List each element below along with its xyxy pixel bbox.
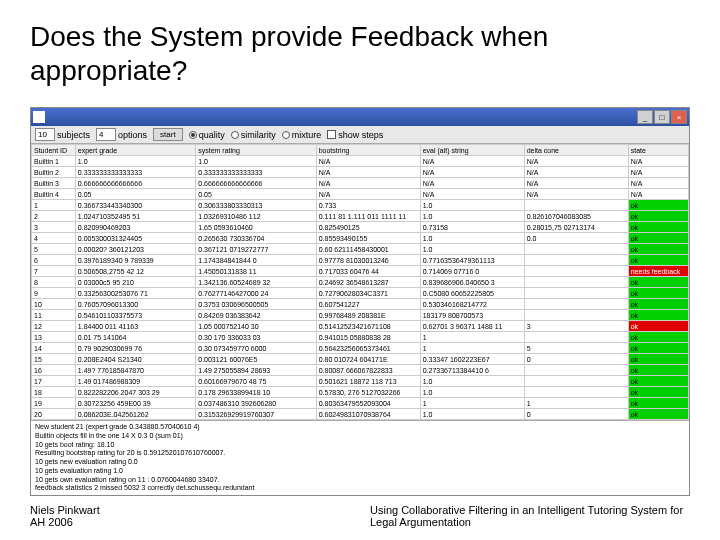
slide-title: Does the System provide Feedback when ap… xyxy=(30,20,690,87)
cell: 1.174384841844 0 xyxy=(196,255,316,266)
cell: 8 xyxy=(32,277,76,288)
table-row[interactable]: Builtin 40.050.05N/AN/AN/AN/A xyxy=(32,189,689,200)
table-row[interactable]: 130.01 75 1410640.30 170 336033 030.9410… xyxy=(32,332,689,343)
col-state[interactable]: state xyxy=(628,145,688,156)
cell: N/A xyxy=(420,189,524,200)
cell: 0.826167046083085 xyxy=(524,211,628,222)
col-evalstring[interactable]: eval (alt) string xyxy=(420,145,524,156)
cell: 0.666666666666666 xyxy=(196,178,316,189)
cell: Builtin 1 xyxy=(32,156,76,167)
col-deltacone[interactable]: delta cone xyxy=(524,145,628,156)
cell: ok xyxy=(628,409,688,420)
cell: 5 xyxy=(32,244,76,255)
table-row[interactable]: 21.024710352495 511.03269310486 1120.111… xyxy=(32,211,689,222)
cell: 0.733 xyxy=(316,200,420,211)
cell: ok xyxy=(628,222,688,233)
cell: ok xyxy=(628,343,688,354)
cell: 0.28015,75 02713174 xyxy=(524,222,628,233)
table-row[interactable]: 161.49? 7761858478701.49 275055894 28693… xyxy=(32,365,689,376)
cell: N/A xyxy=(316,189,420,200)
cell: 1.342136.60524689 32 xyxy=(196,277,316,288)
table-row[interactable]: 150.208E2404 S213400.003121 60076E50.80 … xyxy=(32,354,689,365)
subjects-input[interactable] xyxy=(35,128,55,141)
cell: 12 xyxy=(32,321,76,332)
cell: N/A xyxy=(628,178,688,189)
cell: 0.76057096013300 xyxy=(75,299,195,310)
table-row[interactable]: 100.760570960133000.3753 0306965005050.6… xyxy=(32,299,689,310)
cell: 20 xyxy=(32,409,76,420)
table-row[interactable]: 60.3976189340 9 7893391.174384841844 00.… xyxy=(32,255,689,266)
cell: 0.333333333333333 xyxy=(75,167,195,178)
log-line: Resulting bootstrap rating for 20 is 0.5… xyxy=(35,449,685,458)
options-input[interactable] xyxy=(96,128,116,141)
cell: ok xyxy=(628,332,688,343)
show-steps-checkbox[interactable] xyxy=(327,130,336,139)
similarity-label: similarity xyxy=(241,130,276,140)
cell: N/A xyxy=(524,167,628,178)
cell: 0.822282206 2047 303 29 xyxy=(75,387,195,398)
log-line: feedback statistics 2 missed 5032 3 corr… xyxy=(35,484,685,493)
table-row[interactable]: 40.0053000313244050.265630 7303367040.85… xyxy=(32,233,689,244)
table-row[interactable]: 171.49 0174869883090.60166979670 48 750.… xyxy=(32,376,689,387)
cell: 0.05 xyxy=(75,189,195,200)
minimize-button[interactable]: _ xyxy=(637,110,653,124)
cell: 0.05 xyxy=(196,189,316,200)
table-row[interactable]: 90.33256300253076 710.76277146427000 240… xyxy=(32,288,689,299)
table-row[interactable]: 50.00020? 3601212030.367121 07192727770.… xyxy=(32,244,689,255)
window-controls: _ □ × xyxy=(637,110,687,124)
col-student-id[interactable]: Student ID xyxy=(32,145,76,156)
cell: 0.265630 730336704 xyxy=(196,233,316,244)
cell: 0.501621 18872 118 713 xyxy=(316,376,420,387)
cell: ok xyxy=(628,200,688,211)
cell: 0.C5080 60652225805 xyxy=(420,288,524,299)
cell: 1.49? 776185847870 xyxy=(75,365,195,376)
table-row[interactable]: Builtin 11.01.0N/AN/AN/AN/A xyxy=(32,156,689,167)
cell: 17 xyxy=(32,376,76,387)
cell: N/A xyxy=(628,189,688,200)
cell: ok xyxy=(628,354,688,365)
cell xyxy=(524,376,628,387)
table-row[interactable]: 140.79 9029030699 760.30 073459770 60000… xyxy=(32,343,689,354)
cell: 0.80087 666067822833 xyxy=(316,365,420,376)
cell: 0 xyxy=(524,409,628,420)
cell: 1.03269310486 112 xyxy=(196,211,316,222)
mixture-radio[interactable] xyxy=(282,131,290,139)
cell: ok xyxy=(628,233,688,244)
table-row[interactable]: 190.30723256 459E00 390.037486310 392606… xyxy=(32,398,689,409)
table-row[interactable]: Builtin 20.3333333333333330.333333333333… xyxy=(32,167,689,178)
cell: 0.086203E.042561262 xyxy=(75,409,195,420)
cell: 18 xyxy=(32,387,76,398)
app-icon xyxy=(33,111,45,123)
cell: 0.33347 1602223E67 xyxy=(420,354,524,365)
table-row[interactable]: 10.3667334433403000.3063338033303130.733… xyxy=(32,200,689,211)
table-row[interactable]: Builtin 30.6666666666666660.666666666666… xyxy=(32,178,689,189)
cell: ok xyxy=(628,288,688,299)
cell xyxy=(524,387,628,398)
cell: 0.85593490155 xyxy=(316,233,420,244)
cell: 0.30723256 459E00 39 xyxy=(75,398,195,409)
table-row[interactable]: 110.5461011033755730.84269 0363836420.99… xyxy=(32,310,689,321)
show-steps-label: show steps xyxy=(338,130,383,140)
cell: 0.208E2404 S21340 xyxy=(75,354,195,365)
cell: 1 xyxy=(32,200,76,211)
cell xyxy=(524,244,628,255)
cell: 0.27336713384410 6 xyxy=(420,365,524,376)
similarity-radio[interactable] xyxy=(231,131,239,139)
cell: 0.530346168214772 xyxy=(420,299,524,310)
log-line: 10 gets evaluation rating 1.0 xyxy=(35,467,685,476)
table-row[interactable]: 70.506508,2755 42 121.45050131838 110.71… xyxy=(32,266,689,277)
table-row[interactable]: 80 03000c5 95 2101.342136.60524689 320.2… xyxy=(32,277,689,288)
cell: 0.73158 xyxy=(420,222,524,233)
col-expert-grade[interactable]: expert grade xyxy=(75,145,195,156)
maximize-button[interactable]: □ xyxy=(654,110,670,124)
table-row[interactable]: 30.8209904692031.65 05936104600.82549012… xyxy=(32,222,689,233)
quality-radio[interactable] xyxy=(189,131,197,139)
col-bootstring[interactable]: bootstring xyxy=(316,145,420,156)
cell: Builtin 3 xyxy=(32,178,76,189)
table-row[interactable]: 180.822282206 2047 303 290.178 296338994… xyxy=(32,387,689,398)
start-button[interactable]: start xyxy=(153,128,183,141)
table-row[interactable]: 121.84400 011 411631.05 000752140 300.51… xyxy=(32,321,689,332)
col-system-rating[interactable]: system rating xyxy=(196,145,316,156)
close-button[interactable]: × xyxy=(671,110,687,124)
table-row[interactable]: 200.086203E.0425612620.31532692991976030… xyxy=(32,409,689,420)
